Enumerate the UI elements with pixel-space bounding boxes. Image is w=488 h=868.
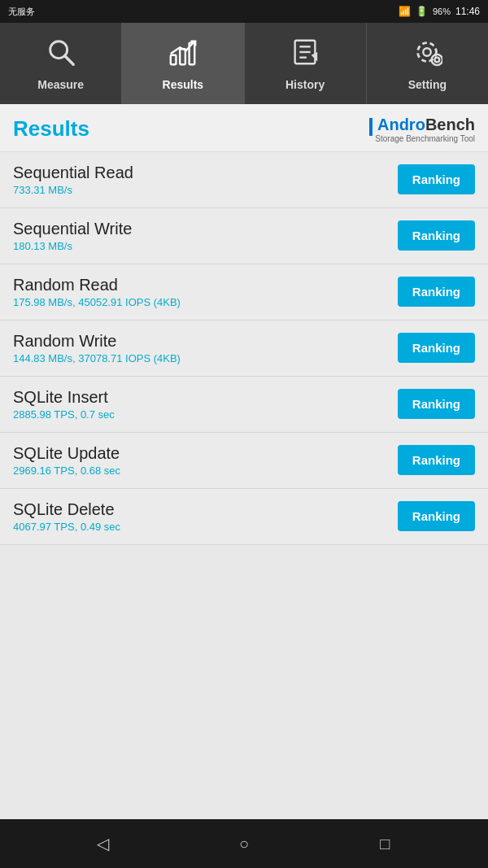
result-value: 733.31 MB/s: [13, 184, 398, 196]
ranking-button-1[interactable]: Ranking: [398, 220, 475, 251]
result-item: SQLite Update 2969.16 TPS, 0.68 sec Rank…: [0, 433, 488, 489]
result-value: 4067.97 TPS, 0.49 sec: [13, 521, 398, 533]
result-info: Random Write 144.83 MB/s, 37078.71 IOPS …: [13, 332, 398, 364]
result-value: 175.98 MB/s, 45052.91 IOPS (4KB): [13, 296, 398, 308]
status-bar: 无服务 📶 🔋 96% 11:46: [0, 0, 488, 23]
history-icon: [290, 37, 320, 73]
ranking-button-4[interactable]: Ranking: [398, 389, 475, 419]
result-value: 2969.16 TPS, 0.68 sec: [13, 465, 398, 477]
results-list: Sequential Read 733.31 MB/s Ranking Sequ…: [0, 152, 488, 819]
result-item: Sequential Read 733.31 MB/s Ranking: [0, 152, 488, 208]
ranking-button-2[interactable]: Ranking: [398, 277, 475, 307]
brand-name: AndroBench: [369, 116, 475, 136]
result-name: Sequential Read: [13, 164, 398, 182]
tab-measure-label: Measure: [37, 78, 84, 91]
setting-icon: [412, 37, 442, 73]
status-right: 📶 🔋 96% 11:46: [399, 6, 480, 17]
result-info: SQLite Insert 2885.98 TPS, 0.7 sec: [13, 388, 398, 421]
svg-point-13: [435, 57, 440, 62]
battery-icon: 🔋: [416, 6, 428, 17]
tab-results[interactable]: Results: [122, 23, 244, 104]
measure-icon: [46, 37, 76, 73]
result-name: Random Read: [13, 276, 398, 294]
results-page-title: Results: [13, 116, 89, 142]
wifi-icon: 📶: [399, 6, 411, 17]
result-info: SQLite Update 2969.16 TPS, 0.68 sec: [13, 444, 398, 477]
result-item: SQLite Insert 2885.98 TPS, 0.7 sec Ranki…: [0, 377, 488, 433]
ranking-button-6[interactable]: Ranking: [398, 501, 475, 531]
results-icon: [168, 37, 198, 73]
recent-button[interactable]: □: [368, 827, 401, 860]
brand-subtitle: Storage Benchmarking Tool: [375, 134, 475, 143]
result-name: SQLite Insert: [13, 388, 398, 407]
tab-measure[interactable]: Measure: [0, 23, 122, 104]
battery-level: 96%: [433, 7, 451, 16]
svg-rect-3: [180, 49, 185, 64]
svg-rect-2: [171, 55, 176, 63]
result-name: Sequential Write: [13, 220, 398, 238]
svg-line-1: [64, 55, 72, 63]
time-display: 11:46: [455, 6, 480, 17]
result-name: SQLite Update: [13, 444, 398, 463]
ranking-button-3[interactable]: Ranking: [398, 333, 475, 363]
ranking-button-5[interactable]: Ranking: [398, 445, 475, 475]
bottom-nav: ◁ ○ □: [0, 819, 488, 868]
svg-point-10: [424, 48, 432, 56]
results-header: Results AndroBench Storage Benchmarking …: [0, 104, 488, 152]
carrier-text: 无服务: [8, 6, 35, 18]
svg-point-11: [418, 42, 437, 61]
result-name: Random Write: [13, 332, 398, 351]
tab-history-label: History: [285, 78, 325, 91]
back-button[interactable]: ◁: [87, 827, 120, 860]
tab-setting[interactable]: Setting: [367, 23, 488, 104]
result-value: 2885.98 TPS, 0.7 sec: [13, 408, 398, 421]
result-info: Random Read 175.98 MB/s, 45052.91 IOPS (…: [13, 276, 398, 308]
result-item: SQLite Delete 4067.97 TPS, 0.49 sec Rank…: [0, 489, 488, 545]
tab-bar: Measure Results History: [0, 23, 488, 104]
tab-history[interactable]: History: [245, 23, 367, 104]
tab-setting-label: Setting: [408, 78, 447, 91]
brand-logo: AndroBench Storage Benchmarking Tool: [369, 116, 475, 143]
tab-results-label: Results: [163, 78, 204, 91]
result-value: 180.13 MB/s: [13, 240, 398, 252]
result-info: Sequential Read 733.31 MB/s: [13, 164, 398, 196]
result-info: Sequential Write 180.13 MB/s: [13, 220, 398, 252]
result-item: Random Read 175.98 MB/s, 45052.91 IOPS (…: [0, 264, 488, 321]
ranking-button-0[interactable]: Ranking: [398, 164, 475, 194]
result-value: 144.83 MB/s, 37078.71 IOPS (4KB): [13, 352, 398, 364]
result-name: SQLite Delete: [13, 500, 398, 519]
result-item: Sequential Write 180.13 MB/s Ranking: [0, 208, 488, 264]
brand-accent-bar: [369, 118, 373, 136]
home-button[interactable]: ○: [228, 827, 260, 860]
result-item: Random Write 144.83 MB/s, 37078.71 IOPS …: [0, 321, 488, 377]
result-info: SQLite Delete 4067.97 TPS, 0.49 sec: [13, 500, 398, 533]
